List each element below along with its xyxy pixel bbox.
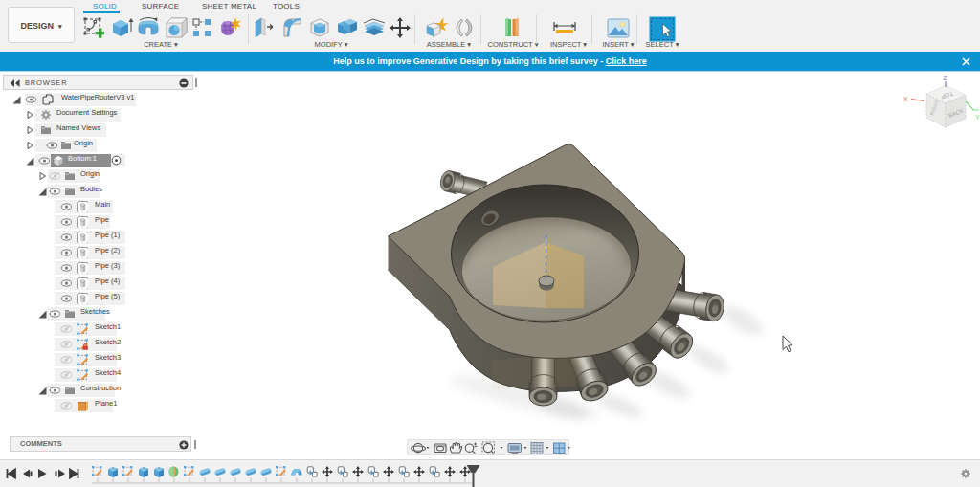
svg-text:X: X [903,96,908,102]
svg-text:Y: Y [975,114,980,121]
svg-text:Z: Z [944,75,948,81]
